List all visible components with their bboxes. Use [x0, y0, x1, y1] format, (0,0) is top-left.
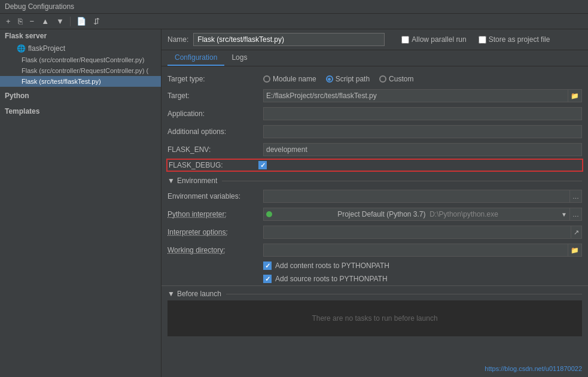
before-launch-section: ▼ Before launch There are no tasks to ru…	[162, 285, 588, 340]
flask-project-icon: 🌐	[17, 44, 26, 53]
environment-section-header[interactable]: ▼ Environment	[162, 174, 588, 187]
radio-module-name[interactable]: Module name	[263, 75, 316, 83]
radio-script-path-label: Script path	[336, 75, 370, 83]
working-directory-browse-btn[interactable]: 📁	[568, 244, 582, 257]
target-type-label: Target type:	[167, 75, 263, 83]
working-directory-row: Working directory: 📁	[162, 241, 588, 259]
config-body: Target type: Module name Script path Cus…	[162, 66, 588, 377]
sidebar-section-templates: Templates	[0, 105, 161, 118]
interpreter-value: Project Default (Python 3.7) D:\Python\p…	[337, 210, 498, 218]
sidebar-section-python: Python	[0, 89, 161, 102]
application-input[interactable]	[263, 107, 582, 120]
additional-options-label: Additional options:	[167, 127, 263, 136]
flask-debug-highlighted: FLASK_DEBUG:	[166, 159, 583, 172]
radio-script-path-indicator	[326, 75, 333, 83]
flask-debug-checkbox[interactable]	[258, 161, 267, 169]
interpreter-expand-btn[interactable]: …	[570, 208, 582, 221]
before-launch-label: Before launch	[177, 290, 221, 298]
copy-button[interactable]: ⎘	[16, 16, 25, 27]
interpreter-select[interactable]: Project Default (Python 3.7) D:\Python\p…	[263, 208, 570, 221]
radio-custom[interactable]: Custom	[379, 75, 413, 83]
sidebar-item-flask-project[interactable]: 🌐 flaskProject	[0, 42, 161, 54]
additional-options-row: Additional options:	[162, 123, 588, 141]
application-label: Application:	[167, 110, 263, 118]
sidebar-item-flask-test[interactable]: Flask (src/test/flaskTest.py)	[0, 76, 161, 87]
additional-options-input[interactable]	[263, 125, 582, 138]
store-project-label: Store as project file	[489, 35, 550, 44]
title-bar: Debug Configurations	[0, 0, 588, 14]
right-panel: Name: Allow parallel run Store as projec…	[162, 29, 588, 377]
name-row: Name: Allow parallel run Store as projec…	[162, 29, 588, 50]
working-directory-label: Working directory:	[167, 246, 263, 254]
python-interpreter-label: Python interpreter:	[167, 210, 263, 218]
window-title: Debug Configurations	[5, 2, 74, 11]
interpreter-options-row: Interpreter options: ↗	[162, 223, 588, 241]
add-source-roots-label: Add source roots to PYTHONPATH	[275, 275, 388, 283]
target-browse-btn[interactable]: 📁	[568, 89, 582, 102]
delete-button[interactable]: −	[28, 16, 37, 27]
watermark: https://blog.csdn.net/u011870022	[485, 365, 582, 372]
radio-script-path[interactable]: Script path	[326, 75, 370, 83]
toolbar: + ⎘ − ▲ ▼ 📄 ⇵	[0, 14, 588, 29]
tabs-row: Configuration Logs	[162, 50, 588, 66]
add-content-roots-label: Add content roots to PYTHONPATH	[275, 262, 389, 270]
flask-debug-checkbox-wrapper	[258, 161, 267, 169]
target-row: Target: 📁	[162, 87, 588, 105]
target-label: Target:	[167, 92, 263, 100]
allow-parallel-checkbox[interactable]	[401, 36, 409, 44]
sidebar-item-flask-src-1[interactable]: Flask (src/controller/RequestController.…	[0, 54, 161, 65]
sidebar-section-flask-server: Flask server	[0, 29, 161, 42]
radio-custom-indicator	[379, 75, 386, 83]
add-content-roots-row: Add content roots to PYTHONPATH	[162, 259, 588, 272]
store-project-checkbox[interactable]	[479, 36, 486, 44]
no-tasks-label: There are no tasks to run before launch	[312, 314, 437, 323]
name-label: Name:	[167, 35, 188, 44]
radio-custom-label: Custom	[389, 75, 413, 83]
flask-debug-label: FLASK_DEBUG:	[169, 161, 258, 169]
add-source-roots-row: Add source roots to PYTHONPATH	[162, 272, 588, 285]
move-up-button[interactable]: ▲	[39, 16, 51, 27]
sidebar: Flask server 🌐 flaskProject Flask (src/c…	[0, 29, 162, 377]
tab-logs[interactable]: Logs	[224, 50, 254, 66]
interpreter-options-label: Interpreter options:	[167, 228, 263, 236]
sidebar-item-flask-src-2[interactable]: Flask (src/controller/RequestController.…	[0, 65, 161, 76]
environment-label: Environment	[177, 177, 217, 185]
env-variables-input[interactable]	[263, 190, 570, 203]
interpreter-dot	[266, 211, 272, 217]
target-type-row: Target type: Module name Script path Cus…	[162, 71, 588, 87]
working-directory-input[interactable]	[263, 244, 568, 257]
add-source-roots-checkbox[interactable]	[263, 275, 272, 283]
flask-env-row: FLASK_ENV:	[162, 141, 588, 159]
target-input[interactable]	[263, 89, 568, 102]
sort-button[interactable]: ⇵	[91, 16, 102, 27]
name-input[interactable]	[193, 33, 385, 46]
target-type-options: Module name Script path Custom	[263, 75, 413, 83]
expand-icon: ▼	[167, 177, 175, 185]
dropdown-arrow-icon: ▼	[561, 211, 567, 218]
env-variables-browse-btn[interactable]: …	[570, 190, 582, 203]
new-button[interactable]: +	[4, 16, 13, 27]
before-launch-header[interactable]: ▼ Before launch	[167, 290, 582, 298]
interpreter-options-input[interactable]	[263, 226, 571, 239]
before-launch-body: There are no tasks to run before launch	[167, 300, 582, 336]
python-interpreter-row: Python interpreter: Project Default (Pyt…	[162, 205, 588, 223]
add-content-roots-checkbox[interactable]	[263, 262, 272, 270]
env-variables-row: Environment variables: …	[162, 187, 588, 205]
env-variables-label: Environment variables:	[167, 192, 263, 200]
before-launch-expand-icon: ▼	[167, 290, 175, 298]
move-down-button[interactable]: ▼	[54, 16, 66, 27]
tab-configuration[interactable]: Configuration	[167, 50, 224, 66]
share-button[interactable]: 📄	[74, 16, 89, 27]
flask-env-label: FLASK_ENV:	[167, 145, 263, 154]
radio-module-name-indicator	[263, 75, 270, 83]
flask-env-input[interactable]	[263, 143, 582, 156]
radio-module-name-label: Module name	[273, 75, 316, 83]
application-row: Application:	[162, 105, 588, 123]
allow-parallel-label: Allow parallel run	[412, 35, 466, 44]
interpreter-options-expand-btn[interactable]: ↗	[571, 226, 582, 239]
